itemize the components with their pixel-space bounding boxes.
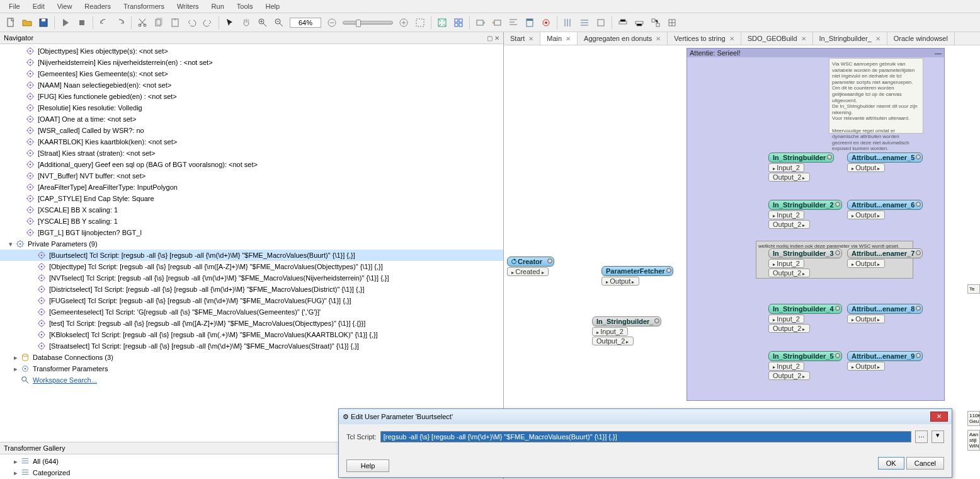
zoom-field[interactable]	[290, 18, 321, 28]
tab-instringbuilder[interactable]: In_Stringbuilder_✕	[813, 32, 887, 45]
tab-vertices[interactable]: Vertices to string✕	[668, 32, 741, 45]
menu-edit[interactable]: Edit	[26, 1, 51, 11]
private-param-item[interactable]: [Straatselect] Tcl Script: [regsub -all …	[0, 340, 503, 352]
browse-button[interactable]: …	[915, 430, 928, 443]
gear-icon[interactable]	[835, 250, 840, 255]
menu-transformers[interactable]: Transformers	[117, 1, 171, 11]
transformer-parameterfetcher[interactable]: ParameterFetcher ▸ Output ▸	[601, 266, 673, 286]
param-item[interactable]: [NAAM] Naan selectiegebied(en): <not set…	[0, 79, 503, 91]
workspace-search-node[interactable]: Workspace Search...	[0, 374, 503, 386]
bookmark-collapse-icon[interactable]: —	[935, 49, 942, 57]
gear-icon[interactable]	[916, 353, 921, 358]
param-item[interactable]: [Nijverheidsterrein] Kies nijverheidster…	[0, 57, 503, 68]
tool5-icon[interactable]	[632, 16, 646, 30]
close-button[interactable]: ✕	[930, 412, 948, 422]
bookmark-add-icon[interactable]	[523, 16, 537, 30]
close-icon[interactable]: ✕	[528, 35, 533, 42]
menu-run[interactable]: Run	[205, 1, 231, 11]
transformer-instringbuilder[interactable]: In_Stringbuilder_3▸ Input_2Output_2 ▸	[768, 248, 842, 277]
menu-file[interactable]: File	[3, 1, 26, 11]
gear-icon[interactable]	[666, 268, 671, 273]
param-item[interactable]: [Resolutie] Kies resolutie: Volledig	[0, 102, 503, 113]
transformer-instringbuilder[interactable]: In_Stringbuilder_4▸ Input_2Output_2 ▸	[768, 304, 842, 333]
save-icon[interactable]	[37, 16, 50, 30]
redo-icon[interactable]	[201, 16, 215, 30]
align-icon[interactable]	[506, 16, 520, 30]
workspace-search-label[interactable]: Workspace Search...	[33, 376, 97, 384]
gear-icon[interactable]	[916, 202, 921, 207]
transformer-instringbuilder-side[interactable]: In_Stringbuilder_ ▸ Input_2 Output_2 ▸	[592, 316, 661, 345]
gear-icon[interactable]	[835, 353, 840, 358]
private-param-item[interactable]: [Gemeenteselect] Tcl Script: 'G[regsub -…	[0, 306, 503, 318]
add-writer-icon[interactable]	[490, 16, 504, 30]
tool7-icon[interactable]	[665, 16, 679, 30]
copy-icon[interactable]	[152, 16, 166, 30]
close-icon[interactable]: ✕	[729, 35, 734, 42]
open-icon[interactable]	[20, 16, 34, 30]
zoom-fit-icon[interactable]	[413, 16, 427, 30]
tool2-icon[interactable]	[578, 16, 591, 30]
full-extent-icon[interactable]	[435, 16, 449, 30]
param-item[interactable]: [Objecttypes] Kies objecttype(s): <not s…	[0, 45, 503, 57]
gear-icon[interactable]	[835, 306, 840, 311]
stop-icon[interactable]	[75, 16, 89, 30]
param-item[interactable]: [BGT_L] BGT lijnobjecten? BGT_l	[0, 227, 503, 238]
zoom-plus-icon[interactable]	[397, 16, 411, 30]
private-parameters-node[interactable]: ▾ Private Parameters (9)	[0, 238, 503, 250]
tile-icon[interactable]	[452, 16, 465, 30]
inspect-icon[interactable]	[539, 16, 553, 30]
transformer-instringbuilder[interactable]: In_Stringbuilder_5▸ Input_2Output_2 ▸	[768, 351, 842, 380]
gear-icon[interactable]	[827, 154, 832, 159]
help-button[interactable]: Help	[346, 459, 389, 472]
undo-icon[interactable]	[185, 16, 198, 30]
db-connections-node[interactable]: ▸ Database Connections (3)	[0, 352, 503, 363]
transformer-creator[interactable]: Creator ▸ Created ▸	[507, 257, 554, 276]
pan-icon[interactable]	[239, 16, 253, 30]
transformer-attributerenamer[interactable]: Attribut...enamer_7▸ Output ▸	[847, 248, 923, 268]
tool6-icon[interactable]	[649, 16, 663, 30]
private-param-item[interactable]: [test] Tcl Script: [regsub -all {\s} [re…	[0, 318, 503, 329]
private-param-item[interactable]: [FUGselect] Tcl Script: [regsub -all {\s…	[0, 295, 503, 306]
menu-help[interactable]: Help	[259, 1, 286, 11]
private-param-item[interactable]: [NVTselect] Tcl Script: [regsub -all {\s…	[0, 272, 503, 284]
param-item[interactable]: [Additional_query] Geef een sql op (BAG …	[0, 159, 503, 170]
gear-icon[interactable]	[835, 202, 840, 207]
undo-arrow-icon[interactable]	[97, 16, 111, 30]
zoom-minus-icon[interactable]	[325, 16, 339, 30]
navigator-dock-controls[interactable]: ▢ ✕	[487, 35, 499, 42]
run-icon[interactable]	[59, 16, 72, 30]
redo-arrow-icon[interactable]	[113, 16, 127, 30]
cut-icon[interactable]	[135, 16, 149, 30]
param-item[interactable]: [AreaFilterType] AreaFilterType: InputPo…	[0, 182, 503, 193]
param-item[interactable]: [Gemeentes] Kies Gemeente(s): <not set>	[0, 68, 503, 79]
param-item[interactable]: [WSR_called] Called by WSR?: no	[0, 125, 503, 136]
param-item[interactable]: [YSCALE] BB Y scaling: 1	[0, 216, 503, 227]
navigator-tree[interactable]: [Objecttypes] Kies objecttype(s): <not s…	[0, 44, 503, 442]
expander-icon[interactable]: ▸	[13, 365, 19, 373]
tab-main[interactable]: Main✕	[540, 32, 578, 45]
tab-aggregaten[interactable]: Aggregaten en donuts✕	[578, 32, 668, 45]
cancel-button[interactable]: Cancel	[906, 457, 944, 470]
tool1-icon[interactable]	[561, 16, 575, 30]
private-param-item[interactable]: [KBlokselect] Tcl Script: [regsub -all {…	[0, 329, 503, 340]
menu-writers[interactable]: Writers	[171, 1, 205, 11]
paste-icon[interactable]	[168, 16, 182, 30]
param-item[interactable]: [NVT_Buffer] NVT buffer: <not set>	[0, 170, 503, 182]
zoom-in-icon[interactable]	[256, 16, 270, 30]
param-item[interactable]: [XSCALE] BB X scaling: 1	[0, 204, 503, 216]
param-item[interactable]: [OAAT] One at a time: <not set>	[0, 113, 503, 125]
dropdown-button[interactable]: ▾	[932, 430, 944, 443]
transformer-attributerenamer[interactable]: Attribut...enamer_6▸ Output ▸	[847, 200, 923, 219]
add-reader-icon[interactable]	[474, 16, 487, 30]
transformer-attributerenamer[interactable]: Attribut...enamer_5▸ Output ▸	[847, 153, 923, 172]
pointer-icon[interactable]	[223, 16, 237, 30]
ok-button[interactable]: OK	[878, 457, 904, 470]
expander-icon[interactable]: ▸	[13, 458, 19, 466]
transformer-params-node[interactable]: ▸ Transformer Parameters	[0, 363, 503, 374]
gear-icon[interactable]	[547, 258, 552, 263]
private-param-item[interactable]: [Objecttype] Tcl Script: [regsub -all {\…	[0, 261, 503, 272]
zoom-out-icon[interactable]	[272, 16, 286, 30]
expander-icon[interactable]: ▾	[8, 240, 14, 248]
param-item[interactable]: [KAARTBLOK] Kies kaartblok(ken): <not se…	[0, 136, 503, 147]
annotation-note[interactable]: Via WSC aanroepen gebruik van variabele …	[829, 58, 923, 134]
